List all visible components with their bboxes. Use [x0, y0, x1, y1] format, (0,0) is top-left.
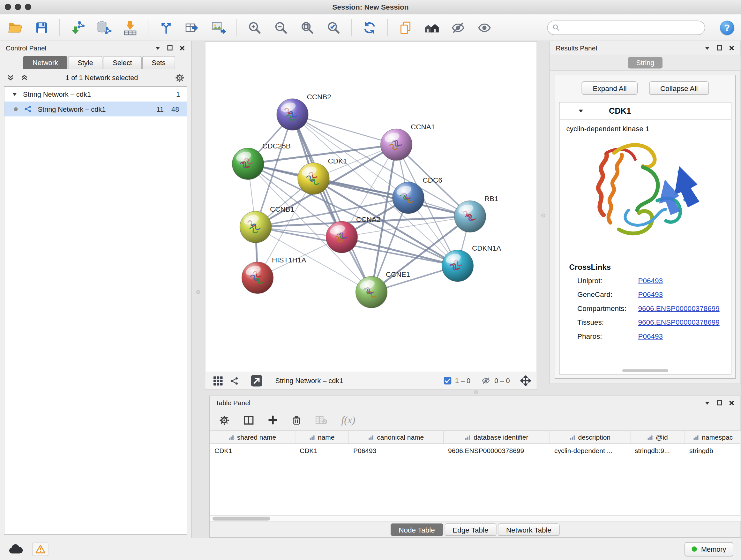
column-header-@id[interactable]: @id	[630, 431, 684, 443]
selected-counts: 1 – 0	[444, 377, 470, 385]
network-node-CDK1[interactable]: CDK1	[298, 157, 347, 194]
crosslink-value-link[interactable]: P06493	[638, 332, 663, 340]
network-node-CCNA1[interactable]: CCNA1	[381, 123, 435, 160]
network-canvas[interactable]: CCNB2CCNA1CDC25BCDK1CDC6RB1CCNB1CCNA2CDK…	[205, 42, 537, 372]
zoom-selected-button[interactable]	[325, 19, 342, 36]
zoom-out-button[interactable]	[273, 19, 290, 36]
import-table-from-file-button[interactable]	[122, 19, 139, 36]
tab-string[interactable]: String	[628, 57, 663, 68]
network-edge[interactable]	[293, 115, 372, 293]
collapse-all-button[interactable]: Collapse All	[649, 81, 709, 95]
new-network-from-selection-button[interactable]	[158, 19, 175, 36]
delete-column-trash-icon[interactable]	[292, 415, 301, 425]
zoom-window-button[interactable]	[25, 4, 31, 10]
refresh-button[interactable]	[361, 19, 378, 36]
network-node-HIST1H1A[interactable]: HIST1H1A	[242, 256, 307, 294]
cloud-icon[interactable]	[8, 543, 23, 555]
close-window-button[interactable]	[5, 4, 11, 10]
expand-all-tree-icon[interactable]	[7, 74, 14, 81]
gene-section-header[interactable]: CDK1	[560, 103, 731, 120]
column-header-description[interactable]: description	[549, 431, 630, 443]
column-header-name[interactable]: name	[295, 431, 348, 443]
network-edges	[248, 115, 470, 293]
splitter-handle-right[interactable]	[542, 213, 545, 217]
float-panel-icon[interactable]	[704, 45, 711, 51]
network-node-CDKN1A[interactable]: CDKN1A	[442, 244, 501, 282]
close-panel-icon[interactable]	[729, 400, 735, 406]
zoom-fit-button[interactable]	[299, 19, 316, 36]
selected-checkbox-icon[interactable]	[444, 377, 451, 385]
results-panel-title: Results Panel	[556, 44, 597, 52]
column-header-shared-name[interactable]: shared name	[210, 431, 295, 443]
open-session-button[interactable]	[7, 19, 24, 36]
column-header-canonical-name[interactable]: canonical name	[348, 431, 443, 443]
tree-expander-icon[interactable]	[12, 91, 17, 97]
export-network-button[interactable]	[184, 19, 201, 36]
search-box[interactable]	[547, 20, 705, 35]
network-node-CCNB2[interactable]: CCNB2	[277, 93, 331, 131]
column-header-database-identifier[interactable]: database identifier	[443, 431, 549, 443]
float-panel-icon[interactable]	[155, 45, 161, 51]
tab-edge-table[interactable]: Edge Table	[445, 523, 496, 536]
duplicate-document-button[interactable]	[397, 19, 414, 36]
open-in-new-window-icon[interactable]	[251, 374, 263, 387]
collapse-all-tree-icon[interactable]	[21, 74, 28, 81]
pan-mode-icon[interactable]	[521, 375, 531, 386]
maximize-panel-icon[interactable]	[717, 45, 723, 51]
network-node-CCNB1[interactable]: CCNB1	[240, 205, 294, 243]
birds-eye-view-icon[interactable]	[230, 376, 239, 385]
minimize-window-button[interactable]	[15, 4, 21, 10]
crosslink-value-link[interactable]: 9606.ENSP00000378699	[638, 304, 720, 313]
section-expander-icon[interactable]	[578, 108, 584, 114]
hidden-eye-icon[interactable]	[481, 376, 490, 385]
crosslink-value-link[interactable]: P06493	[638, 276, 663, 285]
scrollbar-thumb[interactable]	[212, 517, 270, 521]
splitter-handle-left[interactable]	[196, 290, 200, 294]
zoom-in-button[interactable]	[246, 19, 263, 36]
splitter-handle-bottom[interactable]	[474, 390, 478, 394]
tab-sets[interactable]: Sets	[142, 56, 175, 69]
search-input[interactable]	[563, 23, 700, 31]
expand-all-button[interactable]: Expand All	[582, 81, 637, 95]
node-label: CDC6	[423, 176, 442, 184]
network-row-selected[interactable]: String Network – cdk1 11 48	[4, 102, 187, 117]
import-network-from-database-button[interactable]	[95, 19, 113, 36]
import-network-from-file-button[interactable]	[69, 19, 86, 36]
float-panel-icon[interactable]	[704, 400, 711, 406]
warnings-button[interactable]	[32, 543, 49, 556]
tab-network-table[interactable]: Network Table	[498, 523, 559, 536]
hide-selected-button[interactable]	[450, 19, 467, 36]
save-session-button[interactable]	[33, 19, 51, 36]
tab-network[interactable]: Network	[23, 56, 68, 69]
tab-select[interactable]: Select	[103, 56, 141, 69]
close-panel-icon[interactable]	[729, 45, 735, 51]
help-button[interactable]: ?	[720, 20, 734, 35]
show-columns-icon[interactable]	[244, 415, 254, 425]
home-button[interactable]	[423, 19, 441, 36]
table-options-gear-icon[interactable]	[219, 415, 229, 425]
memory-button[interactable]: Memory	[684, 542, 733, 556]
maximize-panel-icon[interactable]	[167, 45, 173, 51]
gear-icon[interactable]	[175, 73, 185, 82]
crosslink-value-link[interactable]: P06493	[638, 290, 663, 299]
tab-node-table[interactable]: Node Table	[391, 523, 443, 536]
table-row[interactable]: CDK1CDK1P064939606.ENSP00000378699cyclin…	[210, 444, 741, 457]
network-collection-row[interactable]: String Network – cdk1 1	[4, 87, 187, 102]
export-image-button[interactable]	[210, 19, 227, 36]
add-column-icon[interactable]	[268, 415, 278, 425]
show-all-button[interactable]	[476, 19, 493, 36]
grid-view-icon[interactable]	[213, 376, 223, 386]
tab-style[interactable]: Style	[68, 56, 103, 69]
results-scrollbar-thumb[interactable]	[622, 369, 668, 372]
column-header-namespac[interactable]: namespac	[684, 431, 741, 443]
close-panel-icon[interactable]	[179, 45, 185, 51]
table-panel-tabs: Node TableEdge TableNetwork Table	[210, 522, 741, 537]
network-node-RB1[interactable]: RB1	[455, 195, 498, 233]
search-icon	[552, 24, 560, 31]
memory-status-dot	[691, 547, 697, 552]
maximize-panel-icon[interactable]	[717, 400, 723, 406]
network-edge[interactable]	[293, 115, 397, 145]
function-builder-icon[interactable]: f(x)	[341, 414, 355, 426]
table-horizontal-scrollbar[interactable]	[210, 515, 741, 522]
crosslink-value-link[interactable]: 9606.ENSP00000378699	[638, 318, 720, 326]
